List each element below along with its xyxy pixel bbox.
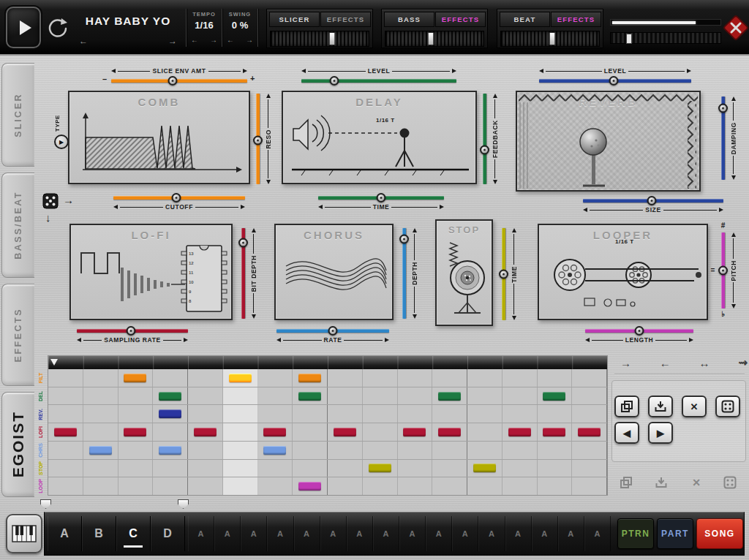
step-cell[interactable] [363, 460, 398, 477]
volume-slider[interactable] [610, 19, 721, 26]
mode-button-song[interactable]: SONG [696, 518, 743, 549]
step-cell[interactable] [363, 405, 398, 423]
part-slot[interactable]: A [505, 516, 532, 551]
step-cell[interactable] [188, 369, 223, 387]
step-cell[interactable] [538, 369, 573, 387]
step-cell[interactable] [48, 387, 83, 405]
step-cell[interactable] [293, 442, 328, 459]
damping-slider[interactable] [718, 97, 728, 180]
step-block[interactable] [263, 428, 286, 436]
step-block[interactable] [194, 428, 217, 436]
rate-slider[interactable] [276, 326, 389, 336]
step-cell[interactable] [188, 423, 223, 441]
slider-knob[interactable] [635, 326, 644, 336]
bass-tab-button[interactable]: BASS [384, 12, 434, 27]
size-slider[interactable] [583, 196, 723, 205]
step-cell[interactable] [398, 405, 433, 423]
part-slot[interactable]: A [584, 516, 611, 551]
part-slot[interactable]: A [294, 516, 320, 551]
step-cell[interactable] [503, 460, 538, 477]
step-cell[interactable] [432, 460, 467, 477]
step-block[interactable] [543, 392, 565, 401]
depth-slider[interactable] [399, 228, 409, 319]
step-cell[interactable] [328, 442, 363, 459]
step-cell[interactable] [258, 477, 293, 495]
step-block[interactable] [403, 428, 426, 436]
step-cell[interactable] [118, 405, 154, 423]
step-cell[interactable] [572, 423, 607, 441]
slider-knob[interactable] [377, 193, 386, 203]
step-cell[interactable] [83, 460, 118, 477]
step-cell[interactable] [153, 460, 188, 477]
pattern-button-a[interactable]: A [48, 516, 82, 551]
step-cell[interactable] [83, 477, 118, 495]
step-cell[interactable] [223, 477, 258, 495]
step-cell[interactable] [363, 477, 398, 495]
mode-button-ptrn[interactable]: PTRN [617, 518, 654, 549]
step-cell[interactable] [363, 369, 398, 387]
step-block[interactable] [159, 446, 181, 455]
slider-knob[interactable] [127, 326, 136, 336]
step-cell[interactable] [48, 423, 83, 441]
step-cell[interactable] [188, 442, 223, 459]
step-cell[interactable] [118, 460, 154, 477]
step-cell[interactable] [538, 460, 573, 477]
step-cell[interactable] [223, 405, 258, 423]
randomize-all-button[interactable] [721, 474, 739, 491]
length-slider[interactable] [585, 326, 693, 336]
part-slot[interactable]: A [399, 516, 426, 551]
step-cell[interactable] [293, 369, 328, 387]
feedback-slider[interactable] [480, 94, 489, 184]
delay-level-slider[interactable] [301, 76, 456, 86]
step-cell[interactable] [223, 460, 258, 477]
preset-next-arrow[interactable]: → [168, 36, 177, 46]
swing-value[interactable]: 0 % [223, 20, 257, 31]
part-slot[interactable]: A [267, 516, 293, 551]
step-cell[interactable] [83, 387, 118, 405]
pattern-button-c[interactable]: C [116, 516, 151, 551]
step-cell[interactable] [188, 387, 223, 405]
part-slot[interactable]: A [478, 516, 505, 551]
slider-knob[interactable] [238, 238, 248, 247]
step-cell[interactable] [328, 423, 363, 441]
slider-knob[interactable] [328, 326, 338, 336]
step-cell[interactable] [328, 369, 363, 387]
step-cell[interactable] [293, 423, 328, 441]
shuffle-icon[interactable]: ⇝ [738, 356, 748, 369]
step-cell[interactable] [258, 423, 293, 441]
slider-knob[interactable] [499, 270, 508, 279]
part-slot[interactable]: A [558, 516, 584, 551]
fader-handle[interactable] [329, 32, 336, 45]
next-button[interactable]: ▶ [648, 422, 673, 444]
step-cell[interactable] [83, 442, 118, 459]
step-cell[interactable] [467, 442, 503, 459]
step-block[interactable] [334, 428, 356, 436]
step-cell[interactable] [503, 387, 538, 405]
step-cell[interactable] [467, 387, 503, 405]
step-cell[interactable] [432, 369, 467, 387]
step-cell[interactable] [328, 405, 363, 423]
shift-left-icon[interactable]: ← [660, 357, 671, 369]
cutoff-slider[interactable] [113, 193, 245, 203]
step-block[interactable] [508, 428, 531, 436]
mode-button-part[interactable]: PART [657, 518, 693, 549]
step-cell[interactable] [398, 423, 433, 441]
step-cell[interactable] [118, 369, 154, 387]
step-cell[interactable] [188, 405, 223, 423]
sampling-rate-slider[interactable] [77, 326, 188, 336]
step-cell[interactable] [503, 369, 538, 387]
prev-button[interactable]: ◀ [614, 422, 639, 444]
swing-arrows[interactable]: ←→ [223, 36, 257, 44]
step-cell[interactable] [398, 369, 433, 387]
loop-start-marker[interactable] [40, 499, 51, 509]
step-cell[interactable] [258, 442, 293, 459]
step-cell[interactable] [118, 423, 154, 441]
comb-type-selector[interactable]: ▶ [54, 135, 69, 149]
step-cell[interactable] [293, 387, 328, 405]
part-slot[interactable]: A [452, 516, 478, 551]
slicer-effects-tab-button[interactable]: EFFECTS [320, 12, 371, 27]
step-block[interactable] [159, 392, 181, 401]
step-cell[interactable] [153, 423, 188, 441]
step-cell[interactable] [363, 387, 398, 405]
step-cell[interactable] [223, 423, 258, 441]
